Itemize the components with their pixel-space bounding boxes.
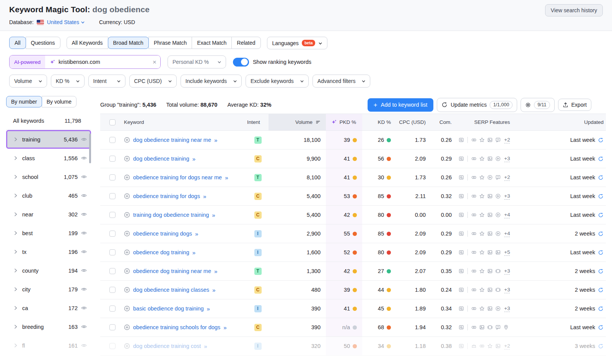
refresh-icon[interactable] — [598, 156, 604, 162]
star-serp-icon[interactable] — [479, 175, 485, 180]
col-updated[interactable]: Updated — [526, 114, 606, 130]
video-serp-icon[interactable] — [495, 212, 501, 218]
add-keyword-icon[interactable] — [124, 268, 130, 274]
chevron-right-icon[interactable] — [14, 212, 17, 217]
preview-serp-icon[interactable] — [459, 137, 464, 143]
link-serp-icon[interactable] — [471, 156, 477, 161]
add-keyword-icon[interactable] — [124, 156, 130, 162]
tab-broad-match[interactable]: Broad Match — [108, 37, 149, 49]
columns-settings-button[interactable]: 9/11 — [521, 98, 554, 112]
open-keyword-icon[interactable]: » — [212, 212, 215, 218]
video-serp-icon[interactable] — [495, 156, 501, 161]
link-serp-icon[interactable] — [471, 137, 477, 143]
link-serp-icon[interactable] — [479, 343, 485, 349]
image-serp-icon[interactable] — [487, 137, 493, 143]
star-serp-icon[interactable] — [479, 287, 485, 292]
star-serp-icon[interactable] — [479, 268, 485, 274]
sidebar-scrollbar[interactable] — [89, 133, 91, 163]
link-serp-icon[interactable] — [471, 175, 477, 180]
keyword-link[interactable]: obedience training schools for dogs — [133, 324, 220, 330]
clear-input-icon[interactable]: × — [153, 59, 156, 65]
eye-icon[interactable] — [81, 193, 87, 198]
add-keyword-icon[interactable] — [124, 231, 130, 237]
row-checkbox[interactable] — [109, 324, 116, 330]
sidebar-item-ca[interactable]: ca 172 — [6, 299, 91, 317]
refresh-icon[interactable] — [598, 231, 604, 237]
sidebar-item-class[interactable]: class 1,556 — [6, 149, 91, 167]
chevron-right-icon[interactable] — [14, 174, 17, 179]
add-keyword-icon[interactable] — [124, 324, 130, 330]
add-keyword-icon[interactable] — [124, 193, 130, 199]
image-serp-icon[interactable] — [495, 343, 501, 349]
chat-serp-icon[interactable] — [495, 137, 501, 143]
crown-serp-icon[interactable] — [471, 343, 477, 349]
image-serp-icon[interactable] — [487, 231, 493, 236]
chevron-right-icon[interactable] — [14, 193, 17, 198]
keyword-link[interactable]: dog obedience training classes — [133, 287, 209, 293]
video-serp-icon[interactable] — [495, 231, 501, 236]
sidebar-item-training[interactable]: training 5,436 — [6, 130, 91, 149]
keyword-link[interactable]: training dog obedience training — [133, 212, 209, 218]
keyword-link[interactable]: dog obedience training — [133, 156, 189, 162]
chevron-right-icon[interactable] — [14, 231, 17, 236]
row-checkbox[interactable] — [109, 343, 116, 349]
video-serp-icon[interactable] — [487, 175, 493, 180]
chat-serp-icon[interactable] — [495, 175, 501, 180]
star-serp-icon[interactable] — [479, 231, 485, 236]
serp-more-badge[interactable]: +4 — [504, 212, 510, 218]
link-serp-icon[interactable] — [471, 287, 477, 292]
keyword-link[interactable]: obedience dog training — [133, 249, 189, 255]
video-serp-icon[interactable] — [495, 193, 501, 199]
eye-icon[interactable] — [81, 230, 87, 236]
serp-more-badge[interactable]: +5 — [504, 249, 510, 256]
serp-more-badge[interactable]: +3 — [504, 306, 510, 312]
sidebar-item-city[interactable]: city 179 — [6, 280, 91, 299]
tab-exact-match[interactable]: Exact Match — [192, 37, 232, 49]
add-keyword-icon[interactable] — [124, 174, 130, 180]
row-checkbox[interactable] — [109, 306, 116, 312]
sidebar-item-club[interactable]: club 465 — [6, 186, 91, 205]
open-keyword-icon[interactable]: » — [207, 306, 210, 312]
col-kd[interactable]: KD % — [362, 114, 395, 130]
row-checkbox[interactable] — [109, 156, 116, 162]
refresh-icon[interactable] — [598, 325, 604, 330]
star-serp-icon[interactable] — [479, 306, 485, 311]
preview-serp-icon[interactable] — [459, 231, 464, 236]
open-keyword-icon[interactable]: » — [223, 324, 226, 331]
eye-icon[interactable] — [81, 174, 87, 180]
tab-all-keywords[interactable]: All Keywords — [67, 37, 108, 49]
preview-serp-icon[interactable] — [459, 193, 464, 199]
row-checkbox[interactable] — [109, 249, 116, 255]
keyword-link[interactable]: obedience training for dogs near me — [133, 174, 222, 180]
open-keyword-icon[interactable]: » — [225, 174, 228, 181]
row-checkbox[interactable] — [109, 212, 116, 218]
add-keyword-icon[interactable] — [124, 137, 130, 143]
sidebar-item-breeding[interactable]: breeding 163 — [6, 317, 91, 336]
col-serp-features[interactable]: SERP Features — [455, 114, 526, 130]
eye-icon[interactable] — [81, 305, 87, 311]
link-serp-icon[interactable] — [471, 325, 477, 330]
image-serp-icon[interactable] — [487, 287, 493, 292]
tab-all[interactable]: All — [9, 37, 26, 49]
refresh-icon[interactable] — [598, 137, 604, 143]
serp-more-badge[interactable]: +3 — [504, 287, 510, 293]
serp-more-badge[interactable]: +4 — [504, 231, 510, 237]
carousel-serp-icon[interactable] — [487, 325, 493, 330]
select-all-checkbox[interactable] — [109, 119, 116, 125]
row-checkbox[interactable] — [109, 193, 116, 199]
serp-more-badge[interactable]: +3 — [504, 156, 510, 162]
location-serp-icon[interactable] — [503, 325, 509, 330]
col-intent[interactable]: Intent — [247, 114, 269, 130]
add-keyword-icon[interactable] — [124, 212, 130, 218]
serp-more-badge[interactable]: +3 — [504, 193, 510, 200]
preview-serp-icon[interactable] — [459, 287, 464, 292]
chevron-right-icon[interactable] — [14, 324, 17, 329]
filter-advanced-filters[interactable]: Advanced filters — [313, 75, 371, 88]
languages-dropdown[interactable]: Languages beta — [267, 37, 328, 49]
link-serp-icon[interactable] — [471, 193, 477, 199]
preview-serp-icon[interactable] — [459, 212, 464, 218]
row-checkbox[interactable] — [109, 287, 116, 293]
link-serp-icon[interactable] — [471, 306, 477, 311]
row-checkbox[interactable] — [109, 137, 116, 143]
image-serp-icon[interactable] — [479, 325, 485, 330]
